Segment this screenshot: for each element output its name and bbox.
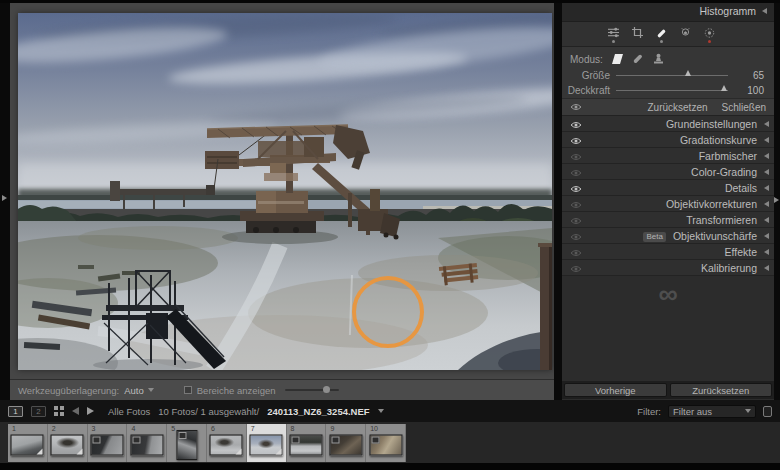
visibility-eye-icon[interactable] <box>570 232 582 243</box>
visibility-eye-icon[interactable] <box>570 152 582 163</box>
previous-photo-icon[interactable] <box>72 407 79 415</box>
section-effekte[interactable]: Effekte <box>562 244 774 260</box>
left-panel-collapse-strip[interactable] <box>0 0 10 400</box>
collapse-left-icon <box>762 8 767 14</box>
opacity-value[interactable]: 100 <box>734 85 764 96</box>
photo-thumbnail[interactable] <box>11 434 44 455</box>
heal-mode-icon[interactable] <box>632 53 644 67</box>
histogram-title: Histogramm <box>699 5 756 17</box>
visibility-eye-icon[interactable] <box>570 216 582 227</box>
status-bar: 1 2 Alle Fotos 10 Fotos/ 1 ausgewählt/ 2… <box>0 400 780 422</box>
visibility-eye-icon[interactable] <box>570 184 582 195</box>
expand-left-icon <box>764 185 769 191</box>
photo-thumbnail[interactable] <box>130 434 163 455</box>
right-panel-collapse-icon[interactable] <box>774 197 779 203</box>
main-photo[interactable] <box>18 13 552 370</box>
photo-thumbnail[interactable] <box>210 434 243 455</box>
section-transformieren[interactable]: Transformieren <box>562 212 774 228</box>
opacity-label: Deckkraft <box>562 85 610 96</box>
photo-thumbnail[interactable] <box>90 434 123 455</box>
content-aware-remove-icon[interactable] <box>612 54 623 66</box>
visibility-eye-icon[interactable] <box>570 264 582 275</box>
show-areas-checkbox[interactable] <box>184 386 192 394</box>
next-photo-icon[interactable] <box>87 407 94 415</box>
visibility-eye-icon[interactable] <box>570 248 582 259</box>
size-slider-row: Größe 65 <box>562 68 774 83</box>
tool-overlay-label: Werkzeugüberlagerung: <box>18 385 119 396</box>
panel-spacer <box>562 312 774 370</box>
previous-button[interactable]: Vorherige <box>564 383 667 397</box>
filmstrip-cell-9[interactable]: 9 <box>326 424 366 462</box>
section-objektivkorrekturen[interactable]: Objektivkorrekturen <box>562 196 774 212</box>
chevron-down-icon[interactable] <box>378 409 384 413</box>
photo-thumbnail[interactable] <box>329 434 362 455</box>
section-color-grading[interactable]: Color-Grading <box>562 164 774 180</box>
opacity-slider-thumb[interactable] <box>721 85 727 91</box>
show-areas-label: Bereiche anzeigen <box>197 385 276 396</box>
filename-label[interactable]: 240113_NZ6_3254.NEF <box>267 406 369 417</box>
beta-badge: Beta <box>643 232 665 242</box>
overlay-amount-slider[interactable] <box>285 389 339 391</box>
red-eye-icon[interactable] <box>680 22 691 46</box>
expand-left-icon <box>764 137 769 143</box>
filmstrip-cell-1[interactable]: 1 <box>8 424 48 462</box>
clone-stamp-icon[interactable] <box>653 53 664 66</box>
left-panel-expand-icon[interactable] <box>2 195 7 201</box>
collection-label[interactable]: Alle Fotos <box>108 406 150 417</box>
secondary-view-button[interactable]: 2 <box>31 406 46 417</box>
size-value[interactable]: 65 <box>734 70 764 81</box>
heal-reset-button[interactable]: Zurücksetzen <box>648 102 708 113</box>
expand-left-icon <box>764 153 769 159</box>
visibility-eye-icon[interactable] <box>570 200 582 211</box>
filter-switch-icon[interactable] <box>763 406 772 417</box>
histogram-header[interactable]: Histogramm <box>562 0 774 21</box>
section-farbmischer[interactable]: Farbmischer <box>562 148 774 164</box>
heal-options-panel: Modus: Größe 65 <box>562 47 774 116</box>
section-details[interactable]: Details <box>562 180 774 196</box>
crop-icon[interactable] <box>632 22 643 46</box>
visibility-eye-icon[interactable] <box>570 168 582 179</box>
adjustment-sections: Grundeinstellungen Gradationskurve Farbm… <box>562 116 774 276</box>
photo-thumbnail[interactable] <box>369 434 402 455</box>
active-dot-red <box>708 40 711 43</box>
section-grundeinstellungen[interactable]: Grundeinstellungen <box>562 116 774 132</box>
filmstrip-cell-3[interactable]: 3 <box>88 424 128 462</box>
filter-label: Filter: <box>637 406 661 417</box>
filmstrip-cell-4[interactable]: 4 <box>127 424 167 462</box>
expand-left-icon <box>764 169 769 175</box>
reset-button[interactable]: Zurücksetzen <box>670 383 773 397</box>
opacity-slider[interactable] <box>616 90 728 91</box>
filmstrip-cell-2[interactable]: 2 <box>48 424 88 462</box>
size-slider-thumb[interactable] <box>685 70 691 76</box>
slider-knob[interactable] <box>323 386 330 393</box>
grid-view-icon[interactable] <box>54 406 64 416</box>
visibility-eye-icon[interactable] <box>570 120 582 131</box>
tool-overlay-select[interactable]: Auto <box>124 385 154 396</box>
top-divider <box>0 0 780 3</box>
visibility-eye-icon[interactable] <box>570 136 582 147</box>
filmstrip-cell-5[interactable]: 5 <box>167 424 207 462</box>
filmstrip-cell-8[interactable]: 8 <box>287 424 327 462</box>
heal-icon[interactable] <box>656 22 667 46</box>
filmstrip-cell-6[interactable]: 6 <box>207 424 247 462</box>
size-slider[interactable] <box>616 75 728 76</box>
section-objektivunschaerfe[interactable]: BetaObjektivunschärfe <box>562 228 774 244</box>
filmstrip-cell-7-selected[interactable]: 7 <box>247 424 287 462</box>
expand-left-icon <box>764 121 769 127</box>
photo-thumbnail[interactable] <box>51 434 84 455</box>
heal-close-button[interactable]: Schließen <box>722 102 766 113</box>
filter-dropdown[interactable]: Filter aus <box>668 405 756 418</box>
photo-thumbnail[interactable] <box>289 434 322 455</box>
section-kalibrierung[interactable]: Kalibrierung <box>562 260 774 276</box>
active-dot <box>612 40 615 43</box>
photo-thumbnail-selected[interactable] <box>250 434 283 455</box>
primary-view-button[interactable]: 1 <box>8 406 23 417</box>
masking-icon[interactable] <box>704 22 715 46</box>
tool-eye-icon[interactable] <box>570 102 582 113</box>
expand-left-icon <box>764 201 769 207</box>
edit-sliders-icon[interactable] <box>608 22 619 46</box>
photo-thumbnail[interactable] <box>176 430 197 460</box>
filmstrip-cell-10[interactable]: 10 <box>366 424 406 462</box>
right-panel-collapse-strip[interactable] <box>774 0 780 400</box>
section-gradationskurve[interactable]: Gradationskurve <box>562 132 774 148</box>
